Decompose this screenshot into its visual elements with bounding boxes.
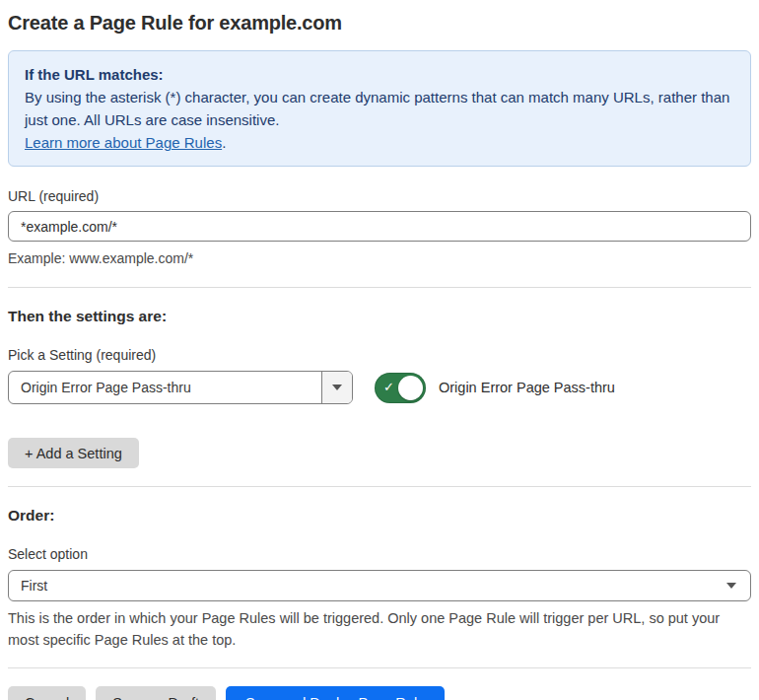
page-rule-form: Create a Page Rule for example.com If th… <box>0 0 759 700</box>
chevron-down-icon <box>726 583 736 589</box>
page-title: Create a Page Rule for example.com <box>8 0 751 35</box>
order-select[interactable]: First <box>8 570 751 601</box>
save-deploy-button[interactable]: Save and Deploy Page Rule <box>226 686 445 700</box>
url-match-info-box: If the URL matches: By using the asteris… <box>8 50 751 167</box>
order-heading: Order: <box>8 507 751 525</box>
setting-row: Origin Error Page Pass-thru ✓ Origin Err… <box>8 371 751 404</box>
setting-picker-label: Pick a Setting (required) <box>8 347 751 363</box>
setting-dropdown-value: Origin Error Page Pass-thru <box>9 372 321 403</box>
order-helper-text: This is the order in which your Page Rul… <box>8 607 751 651</box>
info-box-link-row: Learn more about Page Rules. <box>25 131 734 154</box>
link-period: . <box>222 134 226 151</box>
check-icon: ✓ <box>383 381 394 393</box>
learn-more-link[interactable]: Learn more about Page Rules <box>25 134 222 151</box>
info-box-body: By using the asterisk (*) character, you… <box>25 86 734 131</box>
url-input[interactable] <box>8 211 751 242</box>
toggle-knob <box>398 376 423 400</box>
save-draft-button[interactable]: Save as Draft <box>96 686 216 700</box>
order-select-label: Select option <box>8 546 751 562</box>
add-setting-button[interactable]: + Add a Setting <box>8 438 139 468</box>
url-helper-text: Example: www.example.com/* <box>8 248 751 269</box>
setting-toggle-label: Origin Error Page Pass-thru <box>439 380 615 395</box>
dropdown-arrow-button[interactable] <box>321 372 352 403</box>
info-box-heading: If the URL matches: <box>25 63 734 86</box>
divider <box>8 287 751 288</box>
order-select-value: First <box>21 578 47 594</box>
settings-heading: Then the settings are: <box>8 308 751 325</box>
url-label: URL (required) <box>8 188 751 204</box>
chevron-down-icon <box>332 385 342 390</box>
setting-toggle[interactable]: ✓ <box>375 373 426 403</box>
divider <box>8 486 751 487</box>
cancel-button[interactable]: Cancel <box>8 686 86 700</box>
setting-dropdown[interactable]: Origin Error Page Pass-thru <box>8 371 353 404</box>
footer-actions: Cancel Save as Draft Save and Deploy Pag… <box>8 667 751 700</box>
